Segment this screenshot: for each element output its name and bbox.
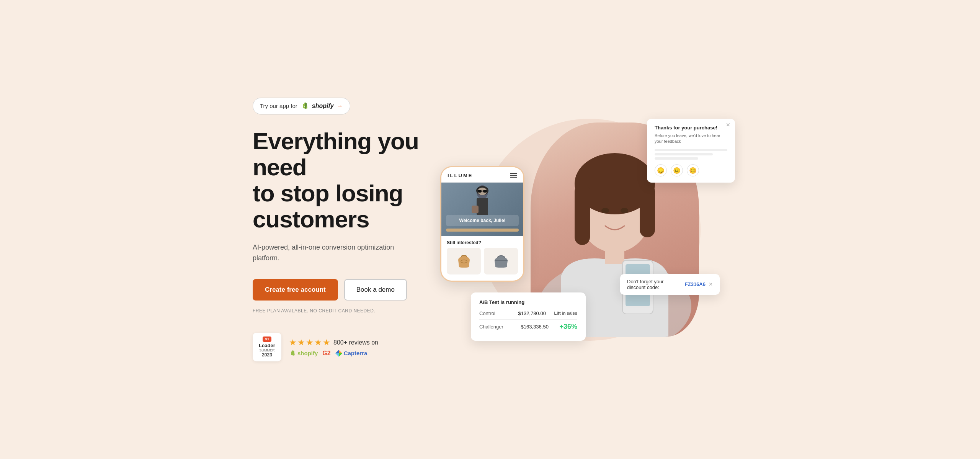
svg-point-11 xyxy=(601,208,609,213)
svg-marker-3 xyxy=(335,353,339,357)
challenger-label: Challenger xyxy=(479,324,510,330)
popup-line-1 xyxy=(655,149,727,151)
headline-line3: customers xyxy=(253,206,369,232)
svg-rect-19 xyxy=(478,189,482,192)
phone-mockup: ILLUME xyxy=(440,166,524,281)
svg-rect-0 xyxy=(304,106,305,107)
lift-value: +36% xyxy=(559,323,577,331)
g2-year: 2023 xyxy=(262,352,272,358)
ab-divider xyxy=(479,319,577,320)
emoji-sad[interactable]: 😞 xyxy=(655,164,667,176)
g2-season: SUMMER xyxy=(260,348,275,352)
discount-prefix: Don't forget your discount code: xyxy=(627,279,682,290)
left-content: Try our app for shopify → Everything you… xyxy=(253,98,452,361)
emoji-neutral[interactable]: 😐 xyxy=(671,164,683,176)
discount-code: FZ316A6 xyxy=(685,281,706,287)
shopify-platform-icon xyxy=(289,350,296,357)
lift-label: Lift in sales xyxy=(554,311,577,315)
shopify-name-badge: shopify xyxy=(312,103,334,109)
discount-close-icon[interactable]: ✕ xyxy=(709,281,713,287)
platform-shopify: shopify xyxy=(289,350,318,357)
ab-challenger-row: Challenger $163,336.50 +36% xyxy=(479,323,577,331)
g2-badge: G2 Leader SUMMER 2023 xyxy=(253,333,281,361)
feedback-subtitle: Before you leave, we'd love to hear your… xyxy=(655,133,727,145)
phone-products xyxy=(441,247,523,274)
svg-marker-1 xyxy=(335,350,339,353)
product-bag-1-icon xyxy=(454,252,474,270)
stars-row: ★★★★★ 800+ reviews on xyxy=(289,338,378,348)
stars: ★★★★★ xyxy=(289,338,331,348)
feedback-title: Thanks for your purchase! xyxy=(655,125,727,131)
shopify-badge[interactable]: Try our app for shopify → xyxy=(253,98,350,114)
platforms-row: shopify G2 Capterra xyxy=(289,350,378,357)
social-proof: G2 Leader SUMMER 2023 ★★★★★ 800+ reviews… xyxy=(253,333,452,361)
control-label: Control xyxy=(479,310,510,316)
fashion-figure xyxy=(467,184,498,222)
headline-line1: Everything you need xyxy=(253,128,419,180)
ab-test-card: A/B Test is running Control $132,780.00 … xyxy=(471,292,586,341)
g2-platform-label: G2 xyxy=(322,350,330,357)
svg-point-12 xyxy=(621,208,628,213)
control-value: $132,780.00 xyxy=(518,310,546,316)
svg-marker-2 xyxy=(339,350,342,353)
capterra-platform-label: Capterra xyxy=(344,350,368,356)
book-demo-button[interactable]: Book a demo xyxy=(344,279,407,301)
product-card-2 xyxy=(484,247,518,274)
popup-lines xyxy=(655,149,727,160)
svg-rect-20 xyxy=(483,189,487,192)
shopify-badge-prefix: Try our app for xyxy=(260,103,297,109)
feedback-close-icon[interactable]: ✕ xyxy=(726,122,730,128)
svg-rect-22 xyxy=(472,205,479,213)
hamburger-icon[interactable] xyxy=(510,173,517,178)
popup-line-3 xyxy=(655,157,698,160)
svg-marker-4 xyxy=(339,353,342,357)
cta-buttons: Create free account Book a demo xyxy=(253,279,452,301)
reviews-text: 800+ reviews on xyxy=(333,339,378,346)
hero-section: Try our app for shopify → Everything you… xyxy=(222,0,758,459)
free-plan-note: FREE PLAN AVAILABLE. NO CREDIT CARD NEED… xyxy=(253,308,452,314)
headline-line2: to stop losing xyxy=(253,180,403,206)
phone-header: ILLUME xyxy=(441,167,523,182)
svg-rect-9 xyxy=(640,184,655,237)
ab-title: A/B Test is running xyxy=(479,299,577,305)
challenger-value: $163,336.50 xyxy=(521,324,549,330)
platform-capterra: Capterra xyxy=(335,350,368,357)
svg-rect-8 xyxy=(575,184,590,245)
emoji-happy[interactable]: 😊 xyxy=(687,164,699,176)
subheadline: AI-powered, all-in-one conversion optimi… xyxy=(253,242,417,264)
shopify-platform-label: shopify xyxy=(297,350,318,356)
create-account-button[interactable]: Create free account xyxy=(253,279,338,301)
product-bag-2-icon xyxy=(492,252,511,270)
popup-line-2 xyxy=(655,153,713,155)
product-card-1 xyxy=(447,247,481,274)
discount-popup: Don't forget your discount code: FZ316A6… xyxy=(620,274,720,295)
right-visual: ILLUME xyxy=(452,96,727,364)
capterra-icon xyxy=(335,350,342,357)
phone-hero-image: Welcome back, Julie! xyxy=(441,182,523,236)
phone-cta-bar xyxy=(446,228,519,231)
platform-g2: G2 xyxy=(322,350,330,357)
reviews-section: ★★★★★ 800+ reviews on shopify G2 xyxy=(289,338,378,357)
feedback-emojis: 😞 😐 😊 xyxy=(655,164,727,176)
headline: Everything you need to stop losing custo… xyxy=(253,128,452,233)
arrow-icon: → xyxy=(337,103,343,109)
still-interested-title: Still interested? xyxy=(441,236,523,247)
feedback-popup: ✕ Thanks for your purchase! Before you l… xyxy=(647,119,735,183)
shopify-icon xyxy=(301,102,309,110)
g2-label: G2 xyxy=(263,336,271,342)
ab-control-row: Control $132,780.00 Lift in sales xyxy=(479,310,577,316)
g2-leader: Leader xyxy=(259,343,275,348)
phone-brand: ILLUME xyxy=(448,172,473,178)
svg-rect-10 xyxy=(605,249,624,264)
